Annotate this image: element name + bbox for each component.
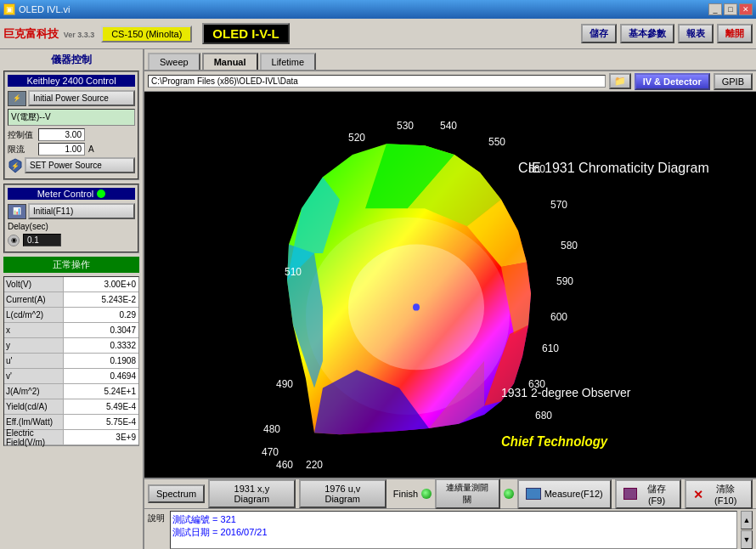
control-value-field[interactable]: 3.00 xyxy=(38,128,85,141)
keithley-header: Keithley 2400 Control xyxy=(8,75,135,87)
measure-icon xyxy=(526,488,541,500)
measurement-row: Electric Field(V/m)3E+9 xyxy=(4,430,138,445)
measurement-name: u' xyxy=(4,354,64,368)
voltage-mode-dropdown[interactable]: V(電壓)--V xyxy=(8,109,135,126)
save-icon xyxy=(623,488,637,500)
measurement-row: Yield(cd/A)5.49E-4 xyxy=(4,399,138,415)
measurement-name: L(cd/m^2) xyxy=(4,308,64,322)
params-button[interactable]: 基本參數 xyxy=(620,24,674,43)
meter-header: Meter Control xyxy=(8,188,135,200)
measurement-row: x0.3047 xyxy=(4,323,138,338)
tab-sweep[interactable]: Sweep xyxy=(148,53,200,70)
instruments-panel-title: 儀器控制 xyxy=(3,53,139,67)
svg-text:Chief Technology: Chief Technology xyxy=(501,434,609,449)
finish-led xyxy=(421,489,432,499)
measurement-name: Current(A) xyxy=(4,292,64,307)
measurement-row: Current(A)5.243E-2 xyxy=(4,292,138,308)
cont-measure-button[interactable]: 連續量測開關 xyxy=(435,478,500,509)
measurement-name: y xyxy=(4,338,64,353)
delete-icon: ✕ xyxy=(693,488,704,500)
measurement-value: 0.29 xyxy=(64,308,138,322)
measurement-value: 0.3047 xyxy=(64,323,138,337)
svg-text:570: 570 xyxy=(550,199,567,211)
measurement-name: Electric Field(V/m) xyxy=(4,430,64,444)
svg-text:540: 540 xyxy=(440,120,457,132)
measurement-value: 5.243E-2 xyxy=(64,292,138,307)
notes-line-2: 測試日期 = 2016/07/21 xyxy=(172,526,735,539)
measurement-value: 0.1908 xyxy=(64,354,138,368)
cont-measure-led xyxy=(504,489,514,499)
minimize-button[interactable]: _ xyxy=(708,3,722,15)
tab-bar: Sweep Manual Lifetime xyxy=(144,49,756,71)
svg-text:530: 530 xyxy=(397,120,414,132)
cie-chart-area: 520 530 540 550 560 570 580 590 600 610 … xyxy=(144,92,756,478)
uv-diagram-button[interactable]: 1976 u,v Diagram xyxy=(299,479,386,508)
save-button[interactable]: 儲存(F9) xyxy=(615,479,681,509)
path-input[interactable]: C:\Program Files (x86)\OLED-IVL\Data xyxy=(148,75,606,88)
svg-text:550: 550 xyxy=(488,136,505,148)
exit-button[interactable]: 離開 xyxy=(717,24,753,43)
control-value-label: 控制值 xyxy=(8,129,37,141)
notes-label: 說明 xyxy=(148,511,166,549)
delete-button[interactable]: ✕ 清除(F10) xyxy=(685,479,753,509)
measurements-section: Volt(V)3.00E+0Current(A)5.243E-2L(cd/m^2… xyxy=(3,276,139,446)
measurement-row: J(A/m^2)5.24E+1 xyxy=(4,384,138,399)
measurement-value: 3E+9 xyxy=(64,430,138,444)
app-name-label: OLED I-V-L xyxy=(202,23,289,44)
limit-unit: A xyxy=(88,144,94,154)
delay-indicator: ◉ xyxy=(8,235,20,246)
notes-line-1: 測試編號 = 321 xyxy=(172,513,735,526)
maximize-button[interactable]: □ xyxy=(724,3,737,15)
measurement-name: Eff.(lm/Watt) xyxy=(4,415,64,429)
svg-text:680: 680 xyxy=(535,410,552,422)
svg-text:CIE 1931 Chromaticity Diagram: CIE 1931 Chromaticity Diagram xyxy=(518,160,709,175)
power-source-icon: ⚡ xyxy=(8,91,26,106)
measurement-value: 5.49E-4 xyxy=(64,399,138,414)
svg-text:610: 610 xyxy=(542,342,559,354)
svg-text:490: 490 xyxy=(276,378,293,390)
measurement-value: 5.75E-4 xyxy=(64,415,138,429)
folder-button[interactable]: 📁 xyxy=(609,73,631,89)
meter-section: Meter Control 📊 Initial(F11) Delay(sec) … xyxy=(3,184,139,253)
initial-meter-button[interactable]: Initial(F11) xyxy=(28,203,135,219)
svg-text:520: 520 xyxy=(348,132,365,144)
measurement-name: Volt(V) xyxy=(4,277,64,291)
notes-scrollbar[interactable]: ▲ ▼ xyxy=(741,511,753,549)
measurement-name: J(A/m^2) xyxy=(4,384,64,399)
gpib-button[interactable]: GPIB xyxy=(714,73,753,90)
xy-diagram-button[interactable]: 1931 x,y Diagram xyxy=(208,479,296,508)
top-header-bar: 巨克富科技 Ver 3.3.3 CS-150 (Minolta) OLED I-… xyxy=(0,19,756,49)
svg-text:510: 510 xyxy=(285,266,302,278)
tab-manual[interactable]: Manual xyxy=(202,53,258,70)
svg-text:⚡: ⚡ xyxy=(11,161,20,170)
measurement-row: y0.3332 xyxy=(4,338,138,354)
measurement-value: 5.24E+1 xyxy=(64,384,138,399)
measurement-value: 0.3332 xyxy=(64,338,138,353)
meter-icon: 📊 xyxy=(8,204,26,219)
scroll-up-button[interactable]: ▲ xyxy=(741,511,753,529)
iv-detector-button[interactable]: IV & Detector xyxy=(635,73,710,90)
measurement-name: v' xyxy=(4,369,64,383)
report-button[interactable]: 報表 xyxy=(678,24,714,43)
left-panel: 儀器控制 Keithley 2400 Control ⚡ Initial Pow… xyxy=(0,49,144,549)
meter-status-led xyxy=(97,190,105,198)
save-header-button[interactable]: 儲存 xyxy=(581,24,617,43)
title-bar: ▣ OLED IVL.vi _ □ ✕ xyxy=(0,0,756,19)
finish-label: Finish xyxy=(393,489,418,499)
measurement-row: u'0.1908 xyxy=(4,354,138,369)
measure-button[interactable]: Measure(F12) xyxy=(517,479,612,509)
notes-area: 說明 測試編號 = 321 測試日期 = 2016/07/21 ▲ ▼ xyxy=(144,508,756,549)
spectrum-button[interactable]: Spectrum xyxy=(148,484,205,503)
tab-lifetime[interactable]: Lifetime xyxy=(260,53,317,70)
version-label: Ver 3.3.3 xyxy=(64,31,95,39)
set-power-source-button[interactable]: SET Power Source xyxy=(25,157,135,173)
limit-value-field[interactable]: 1.00 xyxy=(38,143,85,156)
close-button[interactable]: ✕ xyxy=(739,3,753,15)
svg-text:590: 590 xyxy=(556,275,573,287)
initial-power-source-button[interactable]: Initial Power Source xyxy=(28,90,135,106)
measurement-row: L(cd/m^2)0.29 xyxy=(4,308,138,323)
scroll-down-button[interactable]: ▼ xyxy=(741,530,753,549)
window-title: OLED IVL.vi xyxy=(19,4,71,14)
delay-value-field[interactable]: 0.1 xyxy=(23,234,61,246)
company-logo: 巨克富科技 Ver 3.3.3 xyxy=(3,26,94,42)
